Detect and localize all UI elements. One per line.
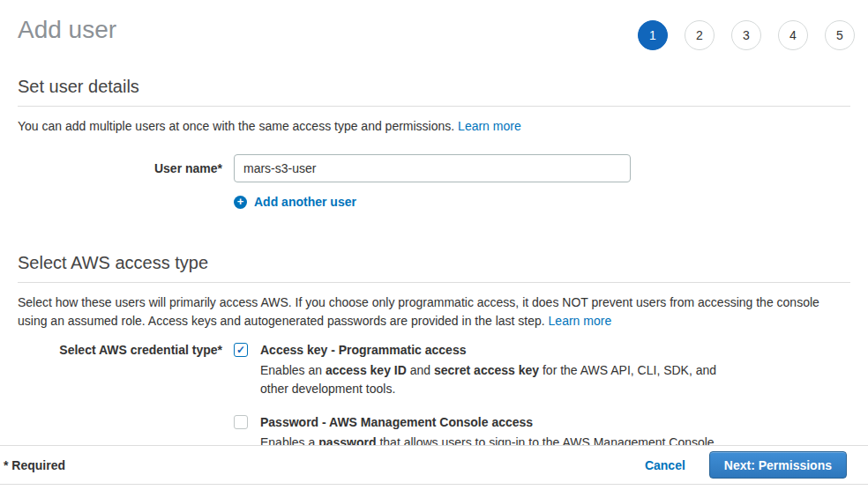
credential-options: Access key - Programmatic access Enables… bbox=[234, 342, 744, 452]
access-key-option-desc: Enables an access key ID and secret acce… bbox=[260, 361, 744, 398]
footer-actions: Cancel Next: Permissions bbox=[645, 451, 847, 479]
main-content: Set user details You can add multiple us… bbox=[0, 77, 868, 452]
step-2: 2 bbox=[685, 20, 715, 50]
required-note: * Required bbox=[4, 458, 65, 472]
access-type-intro: Select how these users will primarily ac… bbox=[18, 293, 850, 330]
next-permissions-button[interactable]: Next: Permissions bbox=[709, 451, 847, 479]
option-access-key: Access key - Programmatic access Enables… bbox=[234, 342, 744, 398]
access-key-checkbox[interactable] bbox=[234, 343, 248, 357]
step-4: 4 bbox=[778, 20, 808, 50]
section-access-type: Select AWS access type Select how these … bbox=[18, 253, 850, 452]
add-another-user-row: Add another user bbox=[234, 195, 631, 209]
access-key-option-title: Access key - Programmatic access bbox=[260, 342, 744, 358]
page-title: Add user bbox=[18, 16, 116, 44]
section-heading-user-details: Set user details bbox=[18, 77, 850, 107]
user-details-intro: You can add multiple users at once with … bbox=[18, 117, 850, 136]
access-type-intro-text: Select how these users will primarily ac… bbox=[18, 295, 819, 328]
step-1: 1 bbox=[638, 20, 668, 50]
user-name-field-group: Add another user bbox=[234, 154, 631, 209]
credential-type-row: Select AWS credential type* Access key -… bbox=[18, 342, 850, 452]
step-indicator: 1 2 3 4 5 bbox=[638, 20, 855, 50]
password-checkbox[interactable] bbox=[234, 415, 248, 429]
page-header: Add user 1 2 3 4 5 bbox=[0, 0, 868, 50]
add-another-user-link[interactable]: Add another user bbox=[254, 195, 356, 209]
cancel-button[interactable]: Cancel bbox=[645, 458, 685, 472]
user-name-row: User name* Add another user bbox=[18, 154, 850, 209]
option-access-key-text: Access key - Programmatic access Enables… bbox=[260, 342, 744, 398]
user-name-label: User name* bbox=[18, 154, 222, 209]
user-details-intro-text: You can add multiple users at once with … bbox=[18, 119, 454, 133]
section-user-details: Set user details You can add multiple us… bbox=[18, 77, 850, 209]
footer-bar: * Required Cancel Next: Permissions bbox=[0, 445, 868, 485]
step-5: 5 bbox=[825, 20, 855, 50]
password-option-title: Password - AWS Management Console access bbox=[260, 414, 718, 430]
credential-type-label: Select AWS credential type* bbox=[18, 342, 222, 452]
learn-more-link-user-details[interactable]: Learn more bbox=[458, 119, 521, 133]
plus-circle-icon bbox=[234, 196, 247, 209]
section-heading-access-type: Select AWS access type bbox=[18, 253, 850, 283]
learn-more-link-access-type[interactable]: Learn more bbox=[549, 314, 612, 328]
user-name-input[interactable] bbox=[234, 154, 631, 182]
step-3: 3 bbox=[731, 20, 761, 50]
